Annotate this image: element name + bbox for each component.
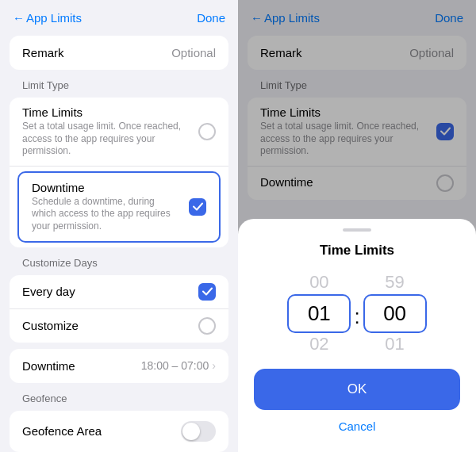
modal-handle: [343, 228, 371, 232]
remark-value-left: Optional: [171, 46, 216, 59]
left-content: Remark Optional Limit Type Time Limits S…: [0, 33, 238, 452]
downtime-subtitle-left: Schedule a downtime, during which access…: [32, 196, 181, 233]
left-header: ← App Limits Done: [0, 0, 238, 33]
downtime-time-value-left: 18:00 – 07:00 ›: [141, 359, 216, 372]
right-panel: ← App Limits Done Remark Optional Limit …: [238, 0, 476, 452]
geofence-toggle-left[interactable]: [181, 421, 216, 442]
done-button-left[interactable]: Done: [197, 11, 225, 25]
every-day-row-left[interactable]: Every day: [10, 275, 228, 308]
downtime-text-left: Downtime Schedule a downtime, during whi…: [32, 181, 189, 233]
customize-days-card-left: Every day Customize: [10, 275, 228, 343]
geofence-row-left[interactable]: Geofence Area: [10, 411, 228, 452]
customize-row-left[interactable]: Customize: [10, 308, 228, 343]
hours-column[interactable]: 00 01 02: [287, 271, 351, 356]
back-arrow-left: ←: [13, 11, 25, 25]
geofence-section-left: Geofence: [10, 389, 228, 408]
left-header-title: App Limits: [26, 11, 82, 25]
hours-above: 00: [309, 271, 328, 294]
toggle-knob-left: [182, 423, 200, 440]
chevron-right-icon-left: ›: [212, 359, 216, 372]
time-limits-radio-left[interactable]: [198, 123, 216, 140]
time-limits-subtitle-left: Set a total usage limit. Once reached, a…: [22, 121, 190, 158]
downtime-checkbox-left[interactable]: [189, 198, 206, 216]
customize-radio-left[interactable]: [198, 317, 216, 335]
downtime-time-label-left: Downtime: [22, 359, 75, 373]
geofence-label-left: Geofence Area: [22, 424, 102, 438]
downtime-time-text-left: 18:00 – 07:00: [141, 359, 209, 372]
minutes-below: 01: [385, 333, 404, 356]
back-button-left[interactable]: ← App Limits: [13, 11, 82, 25]
time-limits-modal: Time Limits 00 01 02 : 59 00 01 OK Ca: [238, 219, 476, 452]
every-day-checkbox-left[interactable]: [198, 283, 216, 301]
time-colon: :: [354, 298, 359, 329]
remark-card-left: Remark Optional: [10, 36, 228, 70]
limit-type-section-left: Limit Type: [10, 76, 228, 94]
downtime-row-option-left[interactable]: Downtime Schedule a downtime, during whi…: [17, 171, 221, 243]
hours-selected-box[interactable]: 01: [287, 294, 351, 334]
downtime-time-row-left[interactable]: Downtime 18:00 – 07:00 ›: [10, 349, 228, 383]
downtime-wrapper-left: Downtime Schedule a downtime, during whi…: [10, 166, 228, 247]
remark-row-left: Remark Optional: [10, 36, 228, 70]
minutes-selected-box[interactable]: 00: [363, 294, 427, 334]
hours-below: 02: [309, 333, 328, 356]
checkmark-icon-left: [193, 201, 203, 212]
minutes-column[interactable]: 59 00 01: [363, 271, 427, 356]
geofence-card-left: Geofence Area: [10, 411, 228, 452]
remark-label-left: Remark: [22, 46, 64, 59]
time-limits-text-left: Time Limits Set a total usage limit. Onc…: [22, 105, 198, 158]
everyday-checkmark-icon: [202, 286, 213, 297]
minutes-selected: 00: [383, 301, 406, 325]
ok-button[interactable]: OK: [254, 369, 460, 410]
minutes-above: 59: [385, 271, 404, 294]
downtime-title-left: Downtime: [32, 181, 181, 194]
limit-type-card-left: Time Limits Set a total usage limit. Onc…: [10, 98, 228, 247]
time-limits-title-left: Time Limits: [22, 105, 190, 119]
time-limits-row-left[interactable]: Time Limits Set a total usage limit. Onc…: [10, 98, 228, 166]
customize-label-left: Customize: [22, 319, 79, 332]
downtime-time-card-left: Downtime 18:00 – 07:00 ›: [10, 349, 228, 383]
cancel-button[interactable]: Cancel: [254, 419, 460, 433]
left-panel: ← App Limits Done Remark Optional Limit …: [0, 0, 238, 452]
time-picker: 00 01 02 : 59 00 01: [254, 271, 460, 356]
hours-selected: 01: [308, 301, 331, 325]
every-day-label-left: Every day: [22, 285, 75, 298]
customize-days-section-left: Customize Days: [10, 254, 228, 272]
modal-title: Time Limits: [254, 243, 460, 259]
